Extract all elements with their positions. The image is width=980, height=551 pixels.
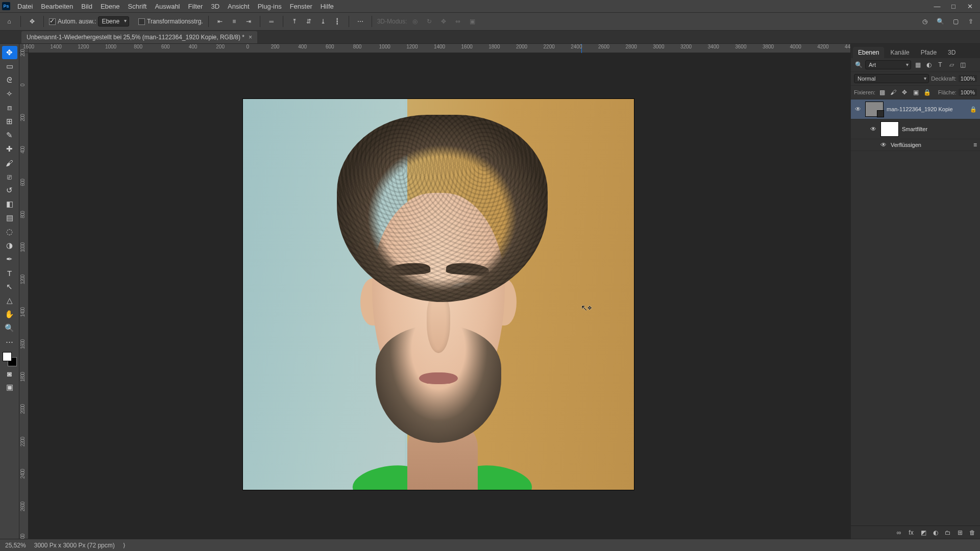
layer-group-icon[interactable]: 🗀 bbox=[943, 528, 952, 537]
zoom-3d-icon[interactable]: ▣ bbox=[466, 15, 478, 28]
window-minimize[interactable]: — bbox=[929, 1, 945, 12]
align-center-v-icon[interactable]: ⇵ bbox=[303, 15, 315, 28]
shape-tool[interactable]: △ bbox=[2, 294, 17, 307]
menu-schrift[interactable]: Schrift bbox=[124, 3, 151, 10]
tab-3d[interactable]: 3D bbox=[943, 47, 961, 58]
filter-adjust-icon[interactable]: ◐ bbox=[924, 60, 934, 69]
edit-toolbar[interactable]: ⋯ bbox=[2, 335, 17, 348]
search-icon[interactable]: 🔍 bbox=[934, 15, 946, 28]
filter-type-icon[interactable]: T bbox=[936, 60, 945, 69]
filter-pixel-icon[interactable]: ▦ bbox=[913, 60, 922, 69]
layer-style-icon[interactable]: fx bbox=[906, 528, 916, 537]
lock-position-icon[interactable]: ✥ bbox=[900, 88, 909, 97]
slide-3d-icon[interactable]: ⇔ bbox=[452, 15, 464, 28]
transform-controls-checkbox[interactable]: Transformationsstrg. bbox=[138, 18, 203, 25]
dodge-tool[interactable]: ◑ bbox=[2, 239, 17, 252]
path-selection-tool[interactable]: ↖ bbox=[2, 280, 17, 293]
filter-entry-row[interactable]: 👁 Verflüssigen ≡ bbox=[851, 139, 980, 151]
fill-value[interactable]: 100% bbox=[959, 89, 977, 96]
menu-datei[interactable]: Datei bbox=[13, 3, 37, 10]
pan-3d-icon[interactable]: ✥ bbox=[437, 15, 450, 28]
align-center-h-icon[interactable]: ≡ bbox=[228, 15, 240, 28]
crop-tool[interactable]: ⧈ bbox=[2, 101, 17, 114]
filter-smart-icon[interactable]: ◫ bbox=[958, 60, 967, 69]
clone-stamp-tool[interactable]: ⎚ bbox=[2, 170, 17, 183]
screen-mode-tool[interactable]: ▣ bbox=[2, 381, 17, 394]
cloud-docs-icon[interactable]: ◷ bbox=[919, 15, 931, 28]
layer-mask-icon[interactable]: ◩ bbox=[919, 528, 928, 537]
opacity-value[interactable]: 100% bbox=[959, 75, 977, 82]
zoom-level[interactable]: 25,52% bbox=[5, 542, 26, 549]
eraser-tool[interactable]: ◧ bbox=[2, 197, 17, 211]
menu-3d[interactable]: 3D bbox=[207, 3, 224, 10]
menu-fenster[interactable]: Fenster bbox=[286, 3, 316, 10]
canvas-viewport[interactable]: ↖✥ bbox=[29, 53, 850, 539]
layer-thumbnail[interactable] bbox=[865, 102, 884, 117]
move-tool-icon[interactable]: ✥ bbox=[26, 15, 38, 28]
blend-mode-dropdown[interactable]: Normal bbox=[854, 74, 929, 83]
gradient-tool[interactable]: ▤ bbox=[2, 211, 17, 224]
filter-blend-options-icon[interactable]: ≡ bbox=[973, 141, 977, 148]
eyedropper-tool[interactable]: ✎ bbox=[2, 129, 17, 142]
distribute-icon[interactable]: ═ bbox=[265, 15, 278, 28]
lock-all-icon[interactable]: 🔒 bbox=[922, 88, 932, 97]
move-tool[interactable]: ✥ bbox=[2, 46, 17, 59]
lock-artboard-icon[interactable]: ▣ bbox=[911, 88, 920, 97]
filter-mask-thumbnail[interactable] bbox=[880, 121, 899, 137]
magic-wand-tool[interactable]: ✧ bbox=[2, 87, 17, 101]
link-layers-icon[interactable]: ∞ bbox=[894, 528, 903, 537]
menu-bearbeiten[interactable]: Bearbeiten bbox=[37, 3, 77, 10]
roll-3d-icon[interactable]: ↻ bbox=[423, 15, 435, 28]
menu-bild[interactable]: Bild bbox=[77, 3, 96, 10]
color-swatches[interactable] bbox=[3, 352, 17, 366]
lock-icon[interactable]: 🔒 bbox=[970, 106, 977, 113]
align-left-icon[interactable]: ⇤ bbox=[214, 15, 226, 28]
history-brush-tool[interactable]: ↺ bbox=[2, 184, 17, 197]
marquee-tool[interactable]: ▭ bbox=[2, 60, 17, 73]
visibility-toggle[interactable]: 👁 bbox=[854, 106, 862, 113]
close-icon[interactable]: × bbox=[249, 34, 252, 41]
auto-select-checkbox[interactable]: Autom. ausw.: bbox=[49, 18, 96, 25]
menu-ansicht[interactable]: Ansicht bbox=[224, 3, 254, 10]
orbit-3d-icon[interactable]: ◎ bbox=[409, 15, 421, 28]
auto-select-target-dropdown[interactable]: Ebene bbox=[98, 16, 129, 27]
frame-tool[interactable]: ⊞ bbox=[2, 115, 17, 128]
foreground-color-swatch[interactable] bbox=[3, 352, 12, 361]
tab-kanaele[interactable]: Kanäle bbox=[885, 47, 914, 58]
adjustment-layer-icon[interactable]: ◐ bbox=[931, 528, 940, 537]
pen-tool[interactable]: ✒ bbox=[2, 253, 17, 266]
align-more-icon[interactable]: ┇ bbox=[331, 15, 344, 28]
healing-brush-tool[interactable]: ✚ bbox=[2, 142, 17, 156]
status-caret-icon[interactable]: ⟩ bbox=[123, 542, 126, 549]
filter-name[interactable]: Verflüssigen bbox=[891, 142, 970, 148]
ruler-vertical[interactable]: 2000200400600800100012001400160018002000… bbox=[19, 53, 29, 539]
hand-tool[interactable]: ✋ bbox=[2, 308, 17, 321]
align-top-icon[interactable]: ⤒ bbox=[288, 15, 301, 28]
blur-tool[interactable]: ◌ bbox=[2, 225, 17, 238]
tab-pfade[interactable]: Pfade bbox=[916, 47, 942, 58]
menu-hilfe[interactable]: Hilfe bbox=[316, 3, 338, 10]
document-info[interactable]: 3000 Px x 3000 Px (72 ppcm) bbox=[34, 542, 115, 549]
smart-filters-row[interactable]: 👁 Smartfilter bbox=[851, 119, 980, 139]
menu-filter[interactable]: Filter bbox=[184, 3, 207, 10]
window-maximize[interactable]: □ bbox=[945, 1, 962, 12]
lasso-tool[interactable]: ᘓ bbox=[2, 73, 17, 87]
workspace-icon[interactable]: ▢ bbox=[949, 15, 962, 28]
lock-transparency-icon[interactable]: ▩ bbox=[877, 88, 887, 97]
share-icon[interactable]: ⇪ bbox=[965, 15, 977, 28]
home-icon[interactable]: ⌂ bbox=[3, 15, 15, 28]
tab-ebenen[interactable]: Ebenen bbox=[853, 47, 884, 58]
layer-filter-type-dropdown[interactable]: Art bbox=[865, 60, 911, 69]
delete-layer-icon[interactable]: 🗑 bbox=[968, 528, 977, 537]
artboard[interactable] bbox=[243, 99, 634, 490]
menu-auswahl[interactable]: Auswahl bbox=[151, 3, 184, 10]
align-right-icon[interactable]: ⇥ bbox=[242, 15, 255, 28]
search-icon[interactable]: 🔍 bbox=[854, 60, 863, 69]
window-close[interactable]: ✕ bbox=[962, 1, 978, 12]
menu-plugins[interactable]: Plug-ins bbox=[254, 3, 286, 10]
visibility-toggle[interactable]: 👁 bbox=[879, 141, 888, 148]
align-bottom-icon[interactable]: ⤓ bbox=[317, 15, 329, 28]
layer-name[interactable]: man-1122364_1920 Kopie bbox=[887, 106, 967, 112]
canvas-area[interactable]: 1600140012001000800600400200020040060080… bbox=[19, 44, 850, 539]
new-layer-icon[interactable]: ⊞ bbox=[955, 528, 965, 537]
